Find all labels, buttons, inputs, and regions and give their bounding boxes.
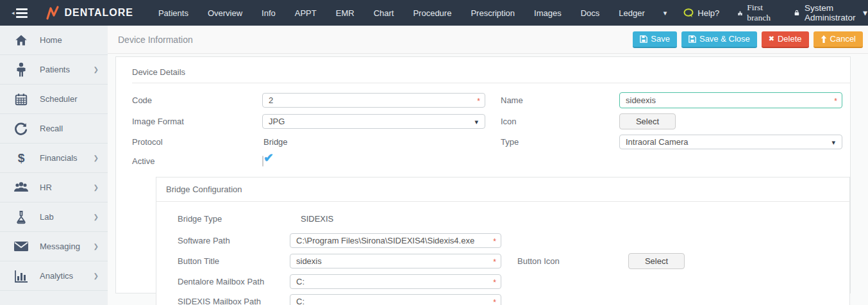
- people-group-icon: [13, 180, 29, 195]
- row-active: Active ✔: [132, 154, 850, 168]
- hamburger-icon: [16, 8, 28, 18]
- row-software-path: Software Path *: [178, 233, 849, 248]
- cancel-button[interactable]: Cancel: [814, 31, 863, 48]
- save-label: Save: [651, 34, 670, 44]
- nav-item-prescription[interactable]: Prescription: [461, 0, 524, 26]
- dentalore-mailbox-input[interactable]: [290, 274, 501, 289]
- sidebar-item-label: HR: [40, 183, 52, 192]
- user-caret-icon: ▾: [864, 8, 867, 17]
- chevron-right-icon: ❯: [94, 154, 99, 161]
- code-input[interactable]: [262, 93, 485, 108]
- branch-icon: [737, 9, 743, 17]
- sidebar-item-recall[interactable]: Recall: [0, 114, 108, 144]
- device-details-form: Code * Name * Image Format JPG ▾: [116, 83, 850, 305]
- sidebar-item-patients[interactable]: Patients ❯: [0, 55, 108, 85]
- collapse-arrow-icon: ◂: [12, 10, 15, 16]
- row-protocol-type: Protocol Bridge Type Intraoral Camera ▾: [132, 135, 850, 149]
- image-format-select[interactable]: JPG ▾: [262, 114, 485, 129]
- nav-item-ledger[interactable]: Ledger: [609, 0, 654, 26]
- lock-icon: [794, 8, 799, 17]
- type-value: Intraoral Camera: [626, 137, 689, 147]
- dollar-icon: $: [13, 151, 29, 166]
- bar-chart-icon: [13, 268, 29, 284]
- sidebar-item-financials[interactable]: $ Financials ❯: [0, 144, 108, 173]
- sidexis-mailbox-input[interactable]: [290, 294, 501, 305]
- active-label: Active: [132, 156, 262, 166]
- button-icon-label: Button Icon: [517, 256, 628, 266]
- sidebar: Home Patients ❯ Scheduler Recall $: [0, 26, 108, 305]
- chevron-right-icon: ❯: [94, 184, 99, 191]
- sidebar-item-analytics[interactable]: Analytics ❯: [0, 261, 108, 291]
- bridge-type-value: SIDEXIS: [299, 214, 333, 224]
- sidebar-item-label: Home: [40, 35, 62, 45]
- nav-more-caret-icon[interactable]: ▾: [655, 9, 676, 17]
- nav-item-docs[interactable]: Docs: [571, 0, 610, 26]
- sidebar-item-label: Recall: [40, 124, 63, 133]
- image-format-label: Image Format: [132, 117, 262, 126]
- button-title-label: Button Title: [178, 256, 290, 266]
- svg-text:$: $: [18, 151, 25, 165]
- sidebar-item-scheduler[interactable]: Scheduler: [0, 85, 108, 114]
- main-content: Device Information Save Save & Close: [108, 26, 868, 305]
- arrow-up-icon: [821, 35, 827, 43]
- nav-menu: Patients Overview Info APPT EMR Chart Pr…: [149, 0, 676, 26]
- sidebar-toggle-button[interactable]: ◂: [12, 8, 28, 18]
- row-button-title: Button Title * Button Icon Select: [178, 253, 849, 269]
- branch-label: First branch: [747, 3, 774, 23]
- bridge-configuration-panel: Bridge Configuration Bridge Type SIDEXIS…: [156, 177, 850, 305]
- dentalore-logo-icon: [46, 5, 60, 21]
- device-details-title: Device Details: [132, 65, 850, 83]
- nav-item-images[interactable]: Images: [524, 0, 571, 26]
- dentalore-mailbox-label: Dentalore Mailbox Path: [178, 277, 290, 286]
- flask-icon: [13, 210, 29, 225]
- button-icon-select-button[interactable]: Select: [628, 253, 685, 269]
- recall-refresh-icon: [13, 121, 29, 136]
- top-navbar: ◂ DENTALORE Patients Overview Info APPT …: [0, 0, 868, 26]
- nav-item-procedure[interactable]: Procedure: [403, 0, 461, 26]
- button-title-input[interactable]: [290, 254, 501, 268]
- sidebar-item-label: Financials: [40, 153, 78, 163]
- icon-select-button[interactable]: Select: [619, 113, 676, 129]
- save-button[interactable]: Save: [633, 31, 677, 48]
- user-menu[interactable]: System Administrator ▾: [784, 3, 868, 22]
- bridge-type-label: Bridge Type: [178, 214, 290, 224]
- branch-selector[interactable]: First branch: [727, 3, 784, 23]
- sidebar-item-label: Analytics: [40, 271, 73, 281]
- chevron-right-icon: ❯: [94, 213, 99, 220]
- nav-item-info[interactable]: Info: [252, 0, 285, 26]
- save-close-label: Save & Close: [699, 34, 750, 44]
- sidebar-item-messaging[interactable]: Messaging ❯: [0, 232, 108, 261]
- help-label: Help?: [697, 8, 719, 18]
- sidebar-item-hr[interactable]: HR ❯: [0, 173, 108, 202]
- sidebar-item-lab[interactable]: Lab ❯: [0, 202, 108, 232]
- page-header: Device Information Save Save & Close: [108, 26, 868, 54]
- software-path-input[interactable]: [290, 233, 501, 248]
- sidebar-item-home[interactable]: Home: [0, 26, 108, 55]
- brand[interactable]: DENTALORE: [46, 5, 133, 21]
- row-bridge-type: Bridge Type SIDEXIS: [178, 212, 849, 226]
- save-close-button[interactable]: Save & Close: [681, 31, 757, 48]
- bridge-configuration-title: Bridge Configuration: [156, 177, 849, 202]
- nav-item-patients[interactable]: Patients: [149, 0, 198, 26]
- delete-button[interactable]: ✖ Delete: [762, 31, 809, 48]
- row-code-name: Code * Name *: [132, 92, 850, 108]
- floppy-icon: [689, 35, 696, 43]
- sidebar-item-label: Messaging: [40, 242, 80, 251]
- page-title: Device Information: [118, 35, 193, 45]
- type-label: Type: [501, 137, 619, 147]
- nav-item-overview[interactable]: Overview: [198, 0, 252, 26]
- software-path-label: Software Path: [178, 236, 290, 245]
- envelope-icon: [13, 239, 29, 254]
- chevron-right-icon: ❯: [94, 243, 99, 250]
- nav-item-chart[interactable]: Chart: [364, 0, 404, 26]
- name-input[interactable]: [619, 92, 842, 108]
- active-checkbox[interactable]: ✔: [262, 156, 263, 167]
- bridge-configuration-form: Bridge Type SIDEXIS Software Path *: [156, 202, 849, 305]
- nav-item-emr[interactable]: EMR: [326, 0, 364, 26]
- code-label: Code: [132, 95, 262, 105]
- nav-item-appt[interactable]: APPT: [285, 0, 326, 26]
- action-buttons: Save Save & Close ✖ Delete Cancel: [633, 31, 863, 48]
- type-select[interactable]: Intraoral Camera ▾: [619, 135, 842, 149]
- name-label: Name: [501, 95, 619, 105]
- help-button[interactable]: Help?: [676, 8, 727, 18]
